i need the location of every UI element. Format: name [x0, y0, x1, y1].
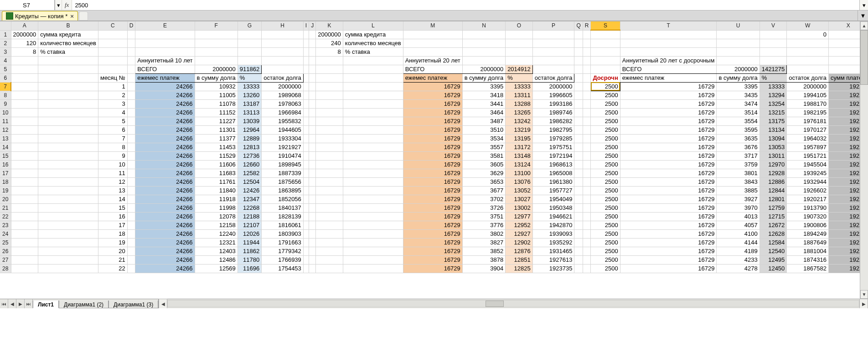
cell-O15[interactable]: 13148	[506, 151, 533, 160]
cell-S24[interactable]: 2500	[591, 229, 620, 238]
cell-U17[interactable]: 3801	[717, 169, 760, 177]
cell-L9[interactable]	[343, 99, 403, 108]
cell-T5[interactable]: ВСЕГО	[620, 65, 717, 73]
cell-B9[interactable]	[38, 99, 98, 108]
cell-B25[interactable]	[38, 238, 98, 247]
cell-K5[interactable]	[316, 65, 343, 73]
cell-F12[interactable]: 11301	[195, 125, 238, 134]
cell-Q2[interactable]	[574, 39, 583, 47]
cell-Q24[interactable]	[574, 229, 583, 238]
cell-D6[interactable]	[127, 73, 135, 82]
cell-S21[interactable]: 2500	[591, 203, 620, 212]
cell-Q14[interactable]	[574, 143, 583, 151]
cell-H9[interactable]: 1978063	[262, 99, 304, 108]
cell-R28[interactable]	[583, 264, 591, 273]
cell-W9[interactable]: 1988170	[787, 99, 829, 108]
cell-I16[interactable]	[303, 160, 309, 169]
row-header-7[interactable]: 7	[0, 82, 11, 91]
cell-C1[interactable]	[98, 30, 127, 39]
cell-I21[interactable]	[303, 203, 309, 212]
cell-H26[interactable]: 1779342	[262, 247, 304, 255]
cell-U2[interactable]	[717, 39, 760, 47]
cell-Q1[interactable]	[574, 30, 583, 39]
col-header-Q[interactable]: Q	[574, 21, 583, 30]
cell-O10[interactable]: 13265	[506, 108, 533, 117]
cell-V1[interactable]	[760, 30, 787, 39]
cell-R4[interactable]	[583, 56, 591, 65]
cell-N16[interactable]: 3605	[462, 160, 505, 169]
cell-A27[interactable]	[11, 255, 38, 264]
sheet-nav-next[interactable]: ▶	[16, 299, 25, 308]
cell-S23[interactable]: 2500	[591, 221, 620, 229]
cell-L21[interactable]	[343, 203, 403, 212]
cell-P19[interactable]: 1957727	[532, 186, 574, 195]
cell-M5[interactable]: ВСЕГО	[403, 65, 462, 73]
cell-N24[interactable]: 3802	[462, 229, 505, 238]
cell-M8[interactable]: 16729	[403, 91, 462, 99]
cell-S4[interactable]	[591, 56, 620, 65]
cell-D20[interactable]	[127, 195, 135, 203]
cell-T16[interactable]: 16729	[620, 160, 717, 169]
cell-N11[interactable]: 3487	[462, 117, 505, 125]
cell-V23[interactable]: 12672	[760, 221, 787, 229]
cell-U20[interactable]: 3927	[717, 195, 760, 203]
cell-V2[interactable]	[760, 39, 787, 47]
row-header-11[interactable]: 11	[0, 117, 11, 125]
cell-G28[interactable]: 11696	[238, 264, 261, 273]
cell-K2[interactable]: 240	[316, 39, 343, 47]
cell-U18[interactable]: 3843	[717, 177, 760, 186]
cell-J27[interactable]	[309, 255, 316, 264]
cell-A3[interactable]: 8	[11, 47, 38, 56]
col-header-O[interactable]: O	[506, 21, 533, 30]
cell-L1[interactable]: сумма кредита	[343, 30, 403, 39]
cell-S11[interactable]: 2500	[591, 117, 620, 125]
cell-W21[interactable]: 1913790	[787, 203, 829, 212]
cell-U21[interactable]: 3970	[717, 203, 760, 212]
cell-S28[interactable]: 2500	[591, 264, 620, 273]
cell-I2[interactable]	[303, 39, 309, 47]
cell-B1[interactable]: сумма кредита	[38, 30, 98, 39]
cell-F16[interactable]: 11606	[195, 160, 238, 169]
cell-C23[interactable]: 17	[98, 221, 127, 229]
cell-O20[interactable]: 13027	[506, 195, 533, 203]
cell-A13[interactable]	[11, 134, 38, 143]
cell-G7[interactable]: 13333	[238, 82, 261, 91]
cell-G20[interactable]: 12347	[238, 195, 261, 203]
cell-S15[interactable]: 2500	[591, 151, 620, 160]
cell-I8[interactable]	[303, 91, 309, 99]
name-box[interactable]: S7	[0, 0, 55, 10]
cell-S2[interactable]	[591, 39, 620, 47]
cell-T10[interactable]: 16729	[620, 108, 717, 117]
cell-B11[interactable]	[38, 117, 98, 125]
cell-O13[interactable]: 13195	[506, 134, 533, 143]
cell-N4[interactable]	[462, 56, 505, 65]
cell-D2[interactable]	[127, 39, 135, 47]
cell-H16[interactable]: 1898945	[262, 160, 304, 169]
cell-P26[interactable]: 1931465	[532, 247, 574, 255]
cell-E17[interactable]: 24266	[135, 169, 195, 177]
cell-S13[interactable]: 2500	[591, 134, 620, 143]
cell-G13[interactable]: 12889	[238, 134, 261, 143]
cell-R9[interactable]	[583, 99, 591, 108]
cell-N8[interactable]: 3418	[462, 91, 505, 99]
cell-E16[interactable]: 24266	[135, 160, 195, 169]
cell-I4[interactable]	[303, 56, 309, 65]
cell-K19[interactable]	[316, 186, 343, 195]
cell-F19[interactable]: 11840	[195, 186, 238, 195]
cell-L28[interactable]	[343, 264, 403, 273]
cell-T8[interactable]: 16729	[620, 91, 717, 99]
cell-U27[interactable]: 4233	[717, 255, 760, 264]
cell-H1[interactable]	[262, 30, 304, 39]
cell-A20[interactable]	[11, 195, 38, 203]
cell-J22[interactable]	[309, 212, 316, 221]
cell-A9[interactable]	[11, 99, 38, 108]
cell-D23[interactable]	[127, 221, 135, 229]
cell-D21[interactable]	[127, 203, 135, 212]
cell-I11[interactable]	[303, 117, 309, 125]
cell-E5[interactable]: ВСЕГО	[135, 65, 195, 73]
cell-A26[interactable]	[11, 247, 38, 255]
cell-D16[interactable]	[127, 160, 135, 169]
cell-D19[interactable]	[127, 186, 135, 195]
cell-J16[interactable]	[309, 160, 316, 169]
cell-B12[interactable]	[38, 125, 98, 134]
